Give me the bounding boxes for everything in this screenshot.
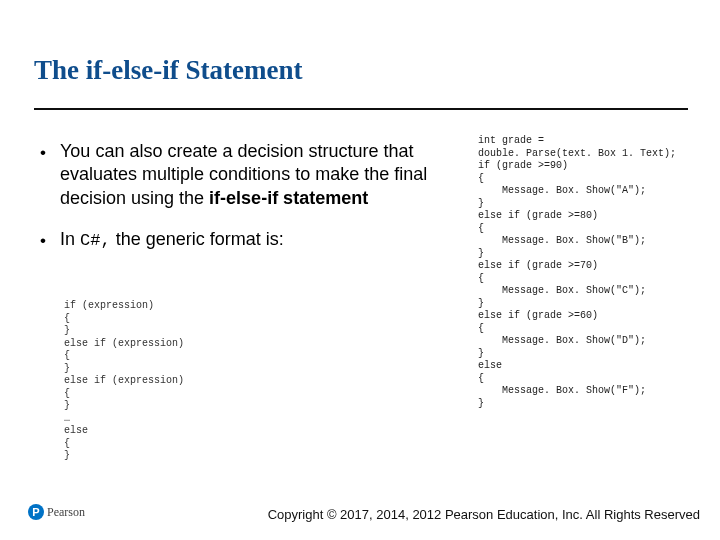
bullet-2-mono: C#, (80, 231, 111, 250)
pearson-logo: P Pearson (28, 504, 85, 520)
pearson-wordmark: Pearson (47, 505, 85, 520)
slide: The if-else-if Statement You can also cr… (0, 0, 720, 540)
csharp-sample-code: int grade = double. Parse(text. Box 1. T… (478, 135, 676, 410)
copyright-text: Copyright © 2017, 2014, 2012 Pearson Edu… (268, 507, 700, 522)
bullet-2: In C#, the generic format is: (34, 228, 460, 252)
bullet-1-bold: if-else-if statement (209, 188, 368, 208)
bullet-1: You can also create a decision structure… (34, 140, 460, 210)
pearson-mark-icon: P (28, 504, 44, 520)
slide-title: The if-else-if Statement (34, 56, 302, 86)
generic-format-code: if (expression) { } else if (expression)… (64, 300, 184, 463)
bullet-2-pre: In (60, 229, 80, 249)
bullet-2-post: the generic format is: (111, 229, 284, 249)
title-underline (34, 108, 688, 110)
body-text: You can also create a decision structure… (34, 140, 460, 270)
